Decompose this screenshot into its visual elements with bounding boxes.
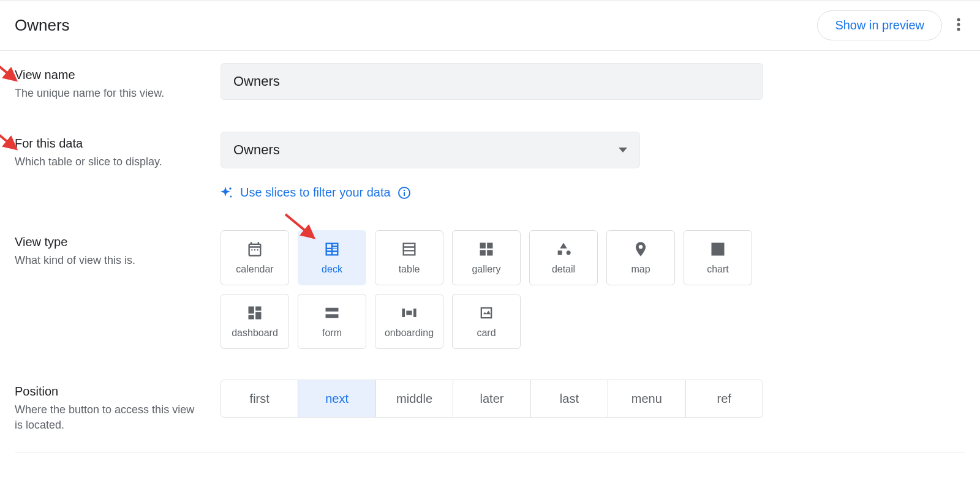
view-type-label-text: gallery [472,264,500,275]
detail-icon [555,241,572,258]
position-later[interactable]: later [453,380,530,417]
position-ref[interactable]: ref [686,380,763,417]
slices-link-text: Use slices to filter your data [240,186,391,200]
deck-icon [323,241,341,258]
view-type-label-text: calendar [236,264,273,275]
view-type-options: calendar deck table gallery detail [221,230,772,349]
for-this-data-label: For this data [15,137,221,151]
view-name-input[interactable] [221,63,763,100]
svg-point-5 [229,187,232,190]
view-type-form[interactable]: form [298,294,366,349]
position-options: first next middle later last menu ref [221,380,763,418]
view-type-map[interactable]: map [606,230,675,285]
view-type-dashboard[interactable]: dashboard [221,294,289,349]
show-in-preview-button[interactable]: Show in preview [817,10,942,40]
view-type-row: View type What kind of view this is. cal… [15,230,965,349]
view-type-label-text: card [477,328,496,339]
header: Owners Show in preview [0,0,980,51]
card-icon [478,304,495,321]
view-type-card[interactable]: card [452,294,521,349]
view-type-label-text: chart [707,264,729,275]
svg-point-2 [957,28,960,31]
for-this-data-row: For this data Which table or slice to di… [15,132,965,200]
view-type-label-text: onboarding [385,328,434,339]
dashboard-icon [246,304,263,321]
table-icon [401,241,418,258]
svg-line-3 [0,57,16,80]
view-type-table[interactable]: table [375,230,443,285]
sparkle-icon [221,187,233,199]
svg-point-8 [403,189,405,191]
for-this-data-select[interactable]: Owners [221,132,640,168]
more-options-button[interactable] [952,13,965,38]
select-value: Owners [233,142,280,158]
page-title: Owners [15,16,70,35]
for-this-data-desc: Which table or slice to display. [15,154,198,170]
form-content: View name The unique name for this view.… [0,51,980,433]
svg-rect-9 [404,192,405,196]
calendar-icon [246,241,263,258]
header-actions: Show in preview [817,10,965,40]
position-middle[interactable]: middle [376,380,453,417]
chart-icon [709,241,726,258]
svg-point-11 [251,249,252,250]
form-icon [323,304,341,321]
view-type-label-text: detail [552,264,575,275]
view-type-label-text: dashboard [232,328,278,339]
view-name-label: View name [15,68,221,82]
view-type-label-text: table [399,264,420,275]
position-next[interactable]: next [298,380,375,417]
view-type-calendar[interactable]: calendar [221,230,289,285]
view-type-deck[interactable]: deck [298,230,366,285]
position-label: Position [15,384,221,399]
svg-point-1 [957,23,960,26]
svg-point-6 [230,195,232,197]
view-type-detail[interactable]: detail [529,230,598,285]
view-type-label-text: form [322,328,342,339]
view-type-chart[interactable]: chart [684,230,752,285]
view-name-desc: The unique name for this view. [15,86,198,101]
use-slices-link[interactable]: Use slices to filter your data [221,186,965,200]
view-type-gallery[interactable]: gallery [452,230,521,285]
svg-point-13 [257,249,258,250]
dropdown-arrow-icon [619,148,627,152]
map-icon [632,241,649,258]
more-vertical-icon [957,18,960,31]
gallery-icon [478,241,495,258]
view-name-row: View name The unique name for this view. [15,63,965,101]
section-divider [15,452,965,452]
onboarding-icon [401,304,418,321]
position-menu[interactable]: menu [608,380,685,417]
view-type-onboarding[interactable]: onboarding [375,294,443,349]
info-icon [398,187,410,199]
view-type-desc: What kind of view this is. [15,253,198,268]
position-last[interactable]: last [531,380,608,417]
svg-line-4 [0,126,16,149]
view-type-label-text: deck [322,264,342,275]
position-desc: Where the button to access this view is … [15,402,198,433]
view-type-label-text: map [631,264,650,275]
position-first[interactable]: first [221,380,298,417]
position-row: Position Where the button to access this… [15,380,965,433]
view-type-label: View type [15,235,221,249]
svg-point-0 [957,18,960,21]
svg-point-12 [254,249,255,250]
